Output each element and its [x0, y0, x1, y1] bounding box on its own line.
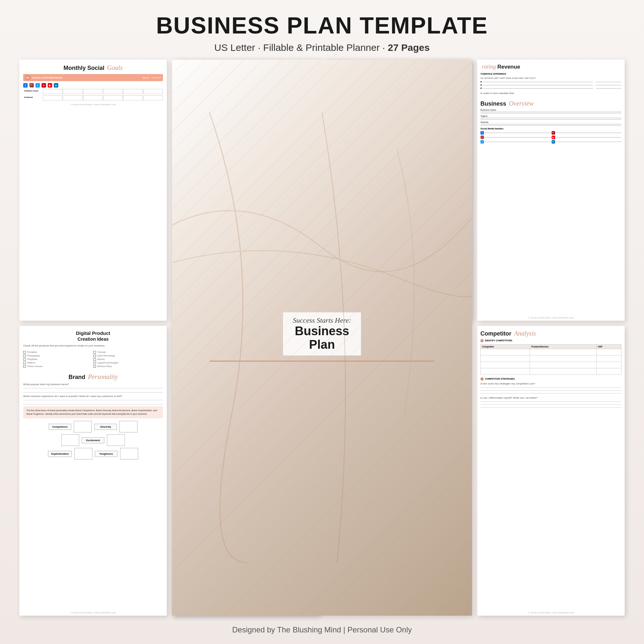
- marble-texture: [172, 60, 472, 616]
- sincerity-box: Sincerity: [94, 424, 117, 430]
- header: BUSINESS PLAN TEMPLATE US Letter · Filla…: [156, 13, 488, 53]
- page-container: BUSINESS PLAN TEMPLATE US Letter · Filla…: [0, 0, 644, 644]
- pages-grid: Monthly Social Goals m SOCIAL PLATFORM R…: [19, 60, 625, 616]
- watermark-5: © THE BLUSHING MIND | THEBLUSINGMIND.COM: [477, 317, 625, 319]
- table-row: [481, 349, 621, 355]
- comp-q1: at are some key strategies my competitor…: [480, 382, 621, 385]
- brand-personality-title: Brand: [69, 374, 85, 380]
- competence-keywords: [74, 421, 92, 432]
- facebook-icon: f: [23, 83, 28, 88]
- section2-indicator: [480, 377, 484, 381]
- table-row: [481, 355, 621, 362]
- cover-card: Success Starts Here: Business Plan: [172, 60, 472, 616]
- achieved-label: Achieved: [23, 95, 43, 100]
- biz-overview-script: Overview: [509, 100, 534, 107]
- social-goals-title: Monthly Social: [63, 65, 104, 71]
- competitor-script: Analysis: [514, 330, 536, 337]
- rating-script: rating: [482, 63, 496, 70]
- social-goals-script: Goals: [107, 64, 123, 71]
- toughness-keywords: [120, 448, 138, 459]
- competence-box: Competence: [49, 424, 71, 430]
- competitor-title: Competitor: [480, 330, 511, 337]
- overview-ig: 📷: [480, 136, 484, 139]
- linkedin-icon: in: [54, 83, 58, 88]
- overview-pi: P: [552, 131, 555, 135]
- left-small: [61, 434, 79, 446]
- month-label: Month:: [143, 77, 149, 79]
- footer: Designed by The Blushing Mind | Personal…: [232, 625, 412, 634]
- main-title: BUSINESS PLAN TEMPLATE: [156, 13, 488, 38]
- sincerity-keywords: [119, 421, 137, 432]
- col-product: Product/Service: [530, 344, 596, 349]
- biz-name-field: Business Name: [480, 109, 621, 113]
- overview-fb: f: [480, 131, 484, 135]
- watermark-7: © THE BLUSHING MIND | THEBLUSINGMIND.COM: [477, 612, 625, 614]
- cover-marble: Success Starts Here: Business Plan: [172, 60, 472, 616]
- sophistication-box: Sophistication: [48, 451, 71, 457]
- overview-yt: ▶: [552, 136, 555, 139]
- bullet-1: [480, 81, 621, 82]
- rating-main: Revenue: [497, 64, 520, 70]
- subtitle-part1: US Letter: [214, 42, 255, 53]
- excitement-box: Excitement: [82, 437, 104, 443]
- digital-items-col2: Tutorials Audio Recordings eBooks Logos/…: [93, 350, 163, 369]
- social-handles-label: Social Media Handles: [480, 128, 621, 130]
- digital-product-card: Digital Product Creation Ideas Check off…: [19, 326, 167, 616]
- brand-q1: What purpose does my business serve?: [23, 383, 163, 386]
- sophistication-keywords: [74, 448, 92, 459]
- subtitle: US Letter · Fillable & Printable Planner…: [156, 42, 488, 53]
- overview-li: in: [552, 140, 555, 144]
- pinterest-icon: P: [42, 83, 46, 88]
- subtitle-part2: Fillable & Printable Planner: [263, 42, 380, 53]
- monthly-social-goals-card: Monthly Social Goals m SOCIAL PLATFORM R…: [19, 60, 167, 320]
- subtitle-bullet2: ·: [383, 42, 385, 53]
- bullet-3: [480, 88, 621, 89]
- subtitle-pages: 27 Pages: [388, 42, 430, 53]
- col-competitor: Competitor: [481, 344, 530, 349]
- competitor-table: Competitor Product/Service USP: [480, 344, 621, 375]
- brand-personality-script: Personality: [88, 373, 118, 380]
- watermark-1: © THE BLUSHING MIND | THEBLUSINGMIND.COM: [23, 104, 163, 106]
- brand-q2: What customer experience do I want to pr…: [23, 394, 163, 398]
- brand-highlight: The five dimensions of brand personality…: [23, 406, 163, 418]
- tagline-field: Tagline: [480, 115, 621, 119]
- subtitle-bullet1: ·: [258, 42, 260, 53]
- watermark-2: © THE BLUSHING MIND | THEBLUSINGMIND.COM: [19, 612, 167, 614]
- digital-product-title: Digital Product Creation Ideas: [23, 330, 163, 342]
- comp-q2: w can I differentiate myself? What can I…: [480, 396, 621, 400]
- overview-tw: t: [480, 140, 484, 144]
- cover-decorative-line: [210, 361, 434, 362]
- digital-items-col1: Printables Photography Templates Pattern…: [23, 350, 93, 369]
- biz-overview-title: Business: [480, 100, 506, 107]
- twitter-icon: t: [35, 83, 40, 88]
- platform-label: SOCIAL PLATFORM REACH: [32, 77, 62, 79]
- follower-count-label: Follower Count: [23, 89, 43, 94]
- digital-product-subtitle: Check off the products that you feel ins…: [23, 344, 163, 347]
- service-question: /or services will I sell? How much will …: [480, 76, 621, 80]
- youtube-icon: ▶: [48, 83, 52, 88]
- website-field: Website: [480, 121, 621, 126]
- right-small: [107, 434, 125, 446]
- bullet-2: [480, 84, 621, 86]
- toughness-box: Toughness: [95, 451, 118, 457]
- competitor-strategies-label: COMPETITOR STRATEGIES: [485, 378, 515, 380]
- service-label: T/SERVICE OFFERINGS: [480, 73, 621, 75]
- table-row: [481, 368, 621, 374]
- personality-diagram: Competence Sincerity Excitement Sophisti…: [23, 421, 163, 459]
- table-row: [481, 362, 621, 368]
- rating-revenue-card: rating Revenue T/SERVICE OFFERINGS /or s…: [477, 60, 625, 320]
- more-text: to make it more valuable than: [480, 91, 621, 95]
- instagram-icon: 📷: [29, 83, 34, 88]
- col-usp: USP: [596, 344, 621, 349]
- platform-icon: m: [25, 75, 30, 80]
- competitor-analysis-card: Competitor Analysis IDENTIFY COMPETITORS…: [477, 326, 625, 616]
- identify-competitors-label: IDENTIFY COMPETITORS: [485, 339, 512, 342]
- section1-indicator: [480, 339, 484, 342]
